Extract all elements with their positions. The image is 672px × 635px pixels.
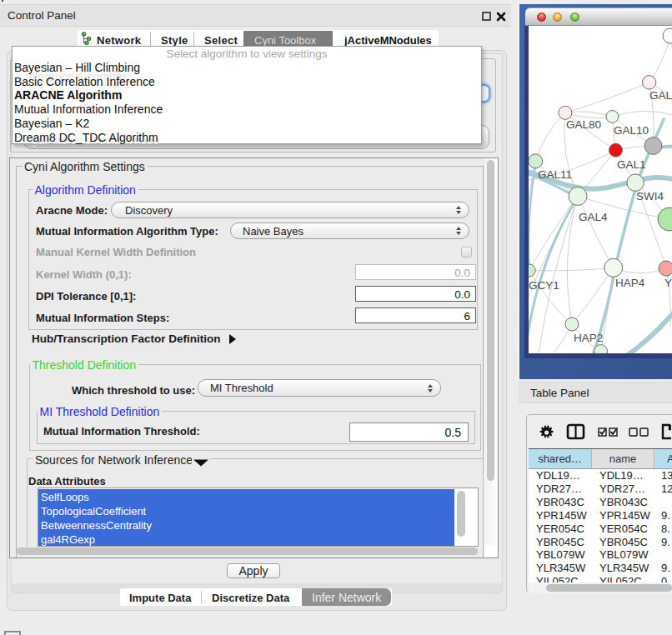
svg-text:GCY1: GCY1 xyxy=(529,279,559,292)
svg-text:GAL11: GAL11 xyxy=(538,168,572,181)
svg-text:HAP4: HAP4 xyxy=(615,277,645,289)
svg-text:GAL10: GAL10 xyxy=(614,124,649,137)
svg-text:GAL80: GAL80 xyxy=(566,118,601,131)
svg-text:HAP2: HAP2 xyxy=(574,332,603,344)
svg-text:GAL7: GAL7 xyxy=(649,89,672,102)
svg-text:GAL1: GAL1 xyxy=(617,158,646,171)
svg-text:SWI4: SWI4 xyxy=(636,190,664,202)
svg-text:YJ: YJ xyxy=(664,277,672,289)
svg-text:GAL4: GAL4 xyxy=(579,211,608,223)
